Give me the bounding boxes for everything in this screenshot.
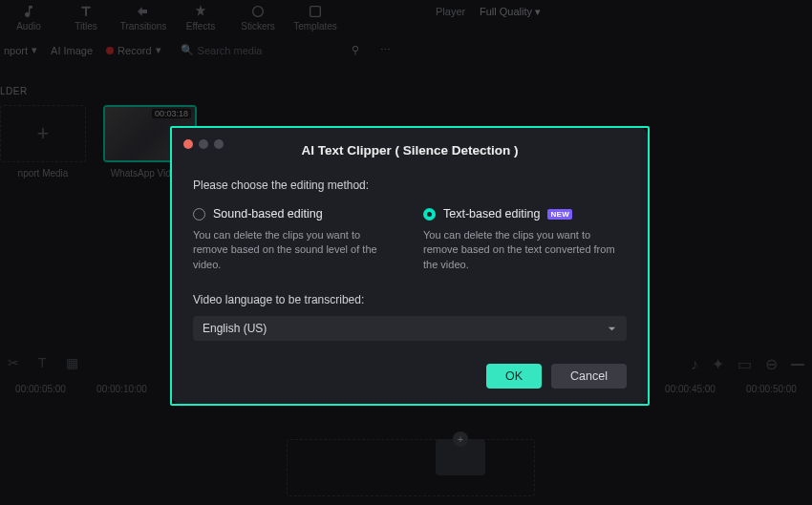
music-icon [21,4,36,19]
ai-image-button[interactable]: AI Image [51,45,93,56]
toolbar-label: Stickers [241,21,275,32]
add-media-icon[interactable]: + [453,431,468,447]
cut-icon[interactable]: ✂ [8,355,19,370]
tile-label: nport Media [18,168,69,179]
text-tool-icon[interactable]: T [38,355,47,370]
stickers-icon [250,4,266,19]
toolbar-label: Audio [16,21,41,32]
secondary-toolbar: nport ▾ AI Image Record ▾ 🔍 Search media… [0,44,262,56]
media-bin: nport Media 00:03:18 WhatsApp Video 2 [0,105,197,179]
ai-text-clipper-dialog: AI Text Clipper ( Silence Detection ) Pl… [172,128,648,404]
import-dropdown[interactable]: nport ▾ [4,44,37,56]
adjust-icon[interactable]: ✦ [712,355,724,373]
templates-icon [308,4,323,19]
radio-selected-icon[interactable] [423,208,436,221]
method-desc: You can delete the clips you want to rem… [193,228,396,272]
toolbar-label: Titles [75,21,97,32]
audio-icon[interactable]: ♪ [691,356,698,373]
effects-icon [193,4,208,19]
svg-point-0 [253,7,264,17]
method-label: Sound-based editing [213,207,323,221]
ok-button[interactable]: OK [486,364,542,389]
dialog-title: AI Text Clipper ( Silence Detection ) [193,143,627,158]
toolbar-audio[interactable]: Audio [0,4,57,32]
titles-icon [78,4,94,19]
plus-icon [0,105,86,162]
toolbar-stickers[interactable]: Stickers [229,4,287,32]
folder-heading: LDER [0,86,28,96]
method-label: Text-based editing [443,207,540,221]
dialog-prompt: Please choose the editing method: [193,179,627,192]
language-label: Video language to be transcribed: [193,293,627,306]
player-label: Player [436,6,465,17]
toolbar-titles[interactable]: Titles [57,4,115,32]
cancel-button[interactable]: Cancel [551,364,627,389]
new-badge: NEW [547,209,572,220]
toolbar-effects[interactable]: Effects [172,4,229,32]
search-input[interactable]: 🔍 Search media [181,44,263,56]
toolbar-label: Effects [186,21,215,32]
more-icon[interactable]: ⋯ [380,44,391,56]
record-dropdown[interactable]: Record ▾ [106,44,160,56]
language-value: English (US) [203,322,267,335]
timeline-drop-zone[interactable] [287,439,535,496]
method-sound[interactable]: Sound-based editing You can delete the c… [193,207,396,272]
clip-duration: 00:03:18 [152,109,191,118]
transitions-icon [136,4,151,19]
window-controls [183,139,224,149]
record-icon [106,47,114,54]
import-media-tile[interactable]: nport Media [0,105,86,179]
dialog-buttons: OK Cancel [193,364,627,389]
chevron-down-icon: ▾ [32,44,37,56]
toolbar-label: Templates [293,21,337,32]
chevron-down-icon: ▾ [156,44,161,56]
chevron-down-icon [607,324,617,334]
method-desc: You can delete the clips you want to rem… [423,228,627,272]
filter-icon[interactable]: ⚲ [352,44,359,56]
toolbar-label: Transitions [120,21,167,32]
main-toolbar: Audio Titles Transitions Effects Sticker… [0,0,812,36]
quality-dropdown[interactable]: Full Quality ▾ [480,6,541,18]
radio-unselected-icon[interactable] [193,208,205,221]
toolbar-transitions[interactable]: Transitions [115,4,172,32]
minimize-icon[interactable] [199,139,208,149]
language-select[interactable]: English (US) [193,316,627,341]
toolbar-templates[interactable]: Templates [287,4,344,32]
maximize-icon[interactable] [214,139,224,149]
zoom-slider[interactable] [791,364,804,366]
marker-icon[interactable]: ▭ [737,355,752,373]
zoom-out-icon[interactable]: ⊖ [765,355,778,373]
crop-icon[interactable]: ▦ [66,355,78,370]
svg-rect-1 [310,7,321,17]
editing-methods: Sound-based editing You can delete the c… [193,207,627,272]
method-text[interactable]: Text-based editing NEW You can delete th… [423,207,627,272]
dialog-highlight-border: AI Text Clipper ( Silence Detection ) Pl… [170,126,650,406]
close-icon[interactable] [183,139,193,149]
